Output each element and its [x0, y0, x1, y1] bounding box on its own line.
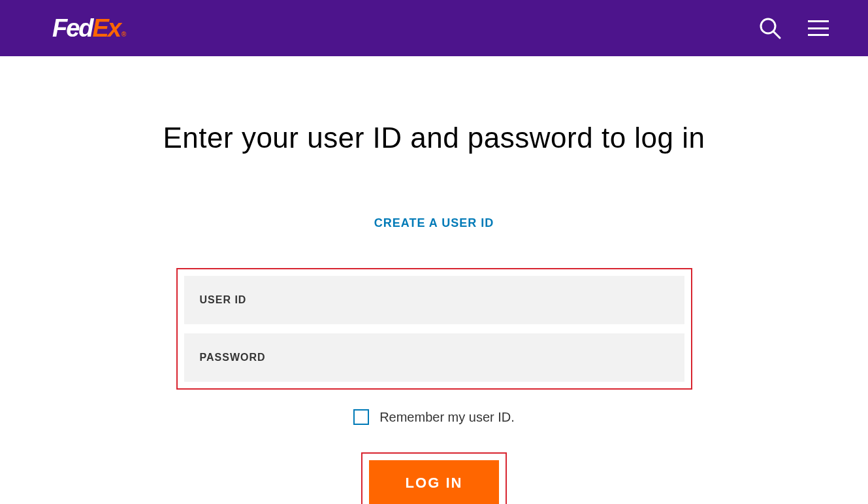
menu-line	[808, 34, 829, 36]
header-actions	[758, 16, 829, 40]
fedex-logo[interactable]: FedEx®	[52, 14, 125, 42]
login-button-highlight: LOG IN	[361, 452, 507, 504]
search-icon[interactable]	[758, 16, 782, 40]
password-input[interactable]	[184, 333, 684, 382]
menu-line	[808, 20, 829, 22]
remember-checkbox[interactable]	[353, 409, 369, 425]
logo-fed-text: Fed	[52, 14, 93, 42]
svg-line-1	[773, 31, 780, 38]
logo-registered: ®	[121, 31, 125, 38]
menu-icon[interactable]	[808, 20, 829, 36]
header: FedEx®	[0, 0, 868, 56]
remember-row: Remember my user ID.	[353, 409, 515, 425]
page-title: Enter your user ID and password to log i…	[163, 122, 705, 154]
create-user-id-link[interactable]: CREATE A USER ID	[374, 216, 494, 230]
logo-ex-text: Ex	[93, 14, 120, 42]
login-form-highlight	[176, 268, 692, 390]
login-button[interactable]: LOG IN	[369, 460, 500, 504]
main-content: Enter your user ID and password to log i…	[0, 56, 868, 504]
remember-label: Remember my user ID.	[379, 410, 515, 425]
user-id-input[interactable]	[184, 276, 684, 324]
menu-line	[808, 27, 829, 29]
